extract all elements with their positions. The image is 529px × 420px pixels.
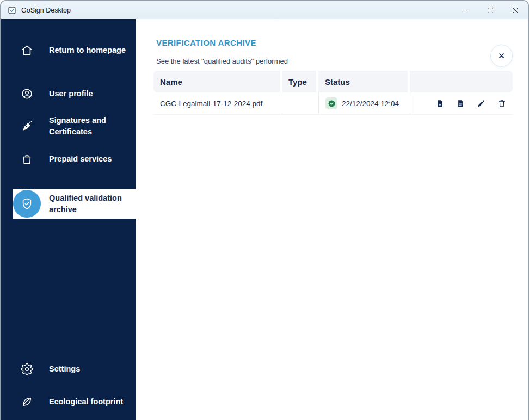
home-icon	[20, 43, 34, 57]
user-icon	[20, 87, 34, 101]
sidebar-item-label: Signatures and Certificates	[49, 114, 129, 138]
report-file-icon[interactable]	[456, 98, 465, 108]
maximize-icon[interactable]	[478, 1, 503, 19]
page-title: VERIFICATION ARCHIVE	[156, 38, 256, 47]
main-content: VERIFICATION ARCHIVE See the latest "qua…	[136, 19, 528, 420]
sidebar-item-label: User profile	[49, 82, 129, 106]
archive-table: Name Type Status CGC-Legalmail-17-12-202…	[153, 71, 513, 115]
sidebar-item-prepaid-services[interactable]: Prepaid services	[1, 147, 136, 171]
sidebar-item-ecological-footprint[interactable]: Ecological footprint	[1, 390, 136, 413]
column-header-status: Status	[318, 71, 408, 92]
leaf-icon	[20, 394, 34, 409]
sidebar-item-return-homepage[interactable]: Return to homepage	[1, 38, 136, 62]
gear-icon	[20, 362, 34, 376]
column-header-actions	[410, 71, 513, 92]
column-header-name: Name	[153, 71, 280, 92]
cell-file-type	[282, 92, 316, 114]
signature-pen-icon	[20, 119, 34, 133]
close-icon	[497, 52, 506, 60]
sidebar-item-user-profile[interactable]: User profile	[1, 82, 136, 106]
close-window-icon[interactable]	[503, 1, 528, 19]
column-header-type: Type	[282, 71, 316, 92]
sidebar-item-settings[interactable]: Settings	[1, 357, 136, 381]
pdf-file-icon[interactable]	[435, 98, 444, 108]
window-controls	[453, 1, 528, 19]
page-subtitle: See the latest "qualified audits" perfor…	[156, 57, 288, 65]
cell-file-name: CGC-Legalmail-17-12-2024.pdf	[153, 92, 280, 114]
sidebar-item-label: Qualified validation archive	[49, 189, 129, 219]
active-item-circle	[13, 190, 41, 218]
trash-icon[interactable]	[497, 98, 506, 108]
titlebar: GoSign Desktop	[1, 1, 528, 19]
status-badge	[325, 97, 337, 109]
sidebar-item-label: Prepaid services	[49, 147, 129, 171]
edit-pen-icon[interactable]	[477, 98, 485, 108]
app-logo-icon	[8, 6, 16, 15]
cell-status: 22/12/2024 12:04	[318, 92, 408, 114]
sidebar: Return to homepage User profile Signatur…	[1, 19, 136, 420]
sidebar-item-label: Return to homepage	[49, 38, 129, 62]
cell-actions	[410, 92, 513, 114]
close-panel-button[interactable]	[490, 45, 513, 67]
table-header: Name Type Status	[153, 71, 513, 92]
app-title: GoSign Desktop	[21, 7, 71, 14]
table-row: CGC-Legalmail-17-12-2024.pdf 22/12/2024 …	[153, 92, 513, 115]
app-window: GoSign Desktop Return to homepage User	[0, 0, 529, 420]
sidebar-item-qualified-validation-archive[interactable]: Qualified validation archive	[13, 189, 136, 219]
verified-seal-icon	[328, 100, 336, 108]
sidebar-item-label: Settings	[49, 357, 129, 381]
sidebar-item-signatures-certificates[interactable]: Signatures and Certificates	[1, 114, 136, 138]
status-date: 22/12/2024 12:04	[342, 100, 399, 108]
sidebar-item-label: Ecological footprint	[49, 390, 129, 413]
shopping-bag-icon	[20, 152, 34, 166]
shield-check-icon	[20, 197, 34, 211]
minimize-icon[interactable]	[453, 1, 478, 19]
